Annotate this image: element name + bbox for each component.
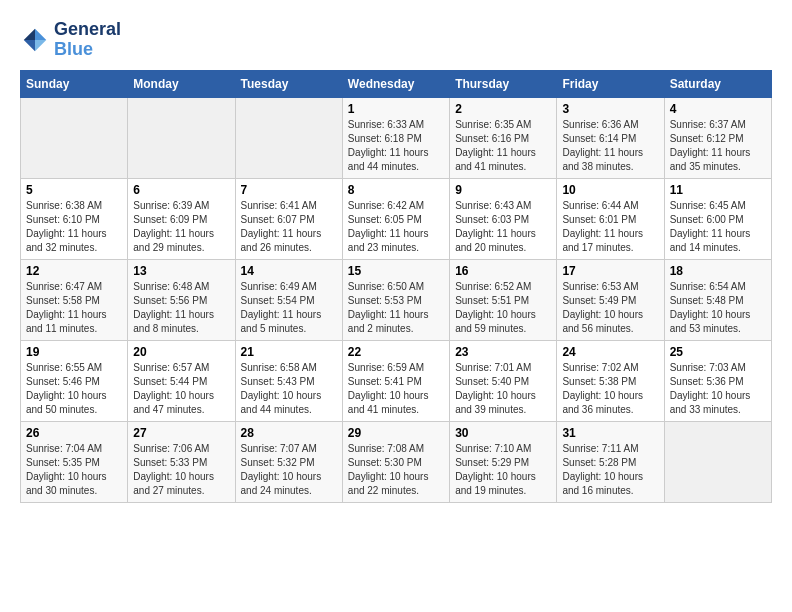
calendar-cell: 3Sunrise: 6:36 AMSunset: 6:14 PMDaylight… [557,97,664,178]
calendar-cell: 11Sunrise: 6:45 AMSunset: 6:00 PMDayligh… [664,178,771,259]
day-number: 16 [455,264,551,278]
calendar-cell: 6Sunrise: 6:39 AMSunset: 6:09 PMDaylight… [128,178,235,259]
day-number: 15 [348,264,444,278]
day-info: Sunrise: 6:44 AMSunset: 6:01 PMDaylight:… [562,199,658,255]
day-info: Sunrise: 6:36 AMSunset: 6:14 PMDaylight:… [562,118,658,174]
day-info: Sunrise: 7:10 AMSunset: 5:29 PMDaylight:… [455,442,551,498]
day-info: Sunrise: 7:06 AMSunset: 5:33 PMDaylight:… [133,442,229,498]
calendar-cell: 24Sunrise: 7:02 AMSunset: 5:38 PMDayligh… [557,340,664,421]
day-info: Sunrise: 6:58 AMSunset: 5:43 PMDaylight:… [241,361,337,417]
calendar-cell: 9Sunrise: 6:43 AMSunset: 6:03 PMDaylight… [450,178,557,259]
day-info: Sunrise: 6:42 AMSunset: 6:05 PMDaylight:… [348,199,444,255]
calendar-week-row: 19Sunrise: 6:55 AMSunset: 5:46 PMDayligh… [21,340,772,421]
weekday-header-friday: Friday [557,70,664,97]
svg-marker-2 [24,40,35,51]
day-number: 6 [133,183,229,197]
day-number: 4 [670,102,766,116]
day-number: 8 [348,183,444,197]
weekday-header-thursday: Thursday [450,70,557,97]
day-info: Sunrise: 7:08 AMSunset: 5:30 PMDaylight:… [348,442,444,498]
day-info: Sunrise: 6:38 AMSunset: 6:10 PMDaylight:… [26,199,122,255]
day-info: Sunrise: 6:33 AMSunset: 6:18 PMDaylight:… [348,118,444,174]
calendar-cell: 7Sunrise: 6:41 AMSunset: 6:07 PMDaylight… [235,178,342,259]
calendar-cell: 15Sunrise: 6:50 AMSunset: 5:53 PMDayligh… [342,259,449,340]
logo: GeneralBlue [20,20,121,60]
day-info: Sunrise: 7:01 AMSunset: 5:40 PMDaylight:… [455,361,551,417]
calendar-cell: 2Sunrise: 6:35 AMSunset: 6:16 PMDaylight… [450,97,557,178]
day-info: Sunrise: 6:50 AMSunset: 5:53 PMDaylight:… [348,280,444,336]
calendar-cell: 18Sunrise: 6:54 AMSunset: 5:48 PMDayligh… [664,259,771,340]
day-number: 1 [348,102,444,116]
day-number: 24 [562,345,658,359]
day-info: Sunrise: 6:59 AMSunset: 5:41 PMDaylight:… [348,361,444,417]
day-number: 5 [26,183,122,197]
day-info: Sunrise: 6:41 AMSunset: 6:07 PMDaylight:… [241,199,337,255]
day-number: 21 [241,345,337,359]
weekday-header-saturday: Saturday [664,70,771,97]
calendar-week-row: 26Sunrise: 7:04 AMSunset: 5:35 PMDayligh… [21,421,772,502]
calendar-cell: 13Sunrise: 6:48 AMSunset: 5:56 PMDayligh… [128,259,235,340]
day-info: Sunrise: 6:54 AMSunset: 5:48 PMDaylight:… [670,280,766,336]
calendar-cell: 19Sunrise: 6:55 AMSunset: 5:46 PMDayligh… [21,340,128,421]
day-info: Sunrise: 7:07 AMSunset: 5:32 PMDaylight:… [241,442,337,498]
day-number: 12 [26,264,122,278]
calendar-cell: 29Sunrise: 7:08 AMSunset: 5:30 PMDayligh… [342,421,449,502]
day-number: 13 [133,264,229,278]
day-number: 3 [562,102,658,116]
day-info: Sunrise: 6:37 AMSunset: 6:12 PMDaylight:… [670,118,766,174]
calendar-cell: 12Sunrise: 6:47 AMSunset: 5:58 PMDayligh… [21,259,128,340]
calendar-cell: 8Sunrise: 6:42 AMSunset: 6:05 PMDaylight… [342,178,449,259]
calendar-cell: 21Sunrise: 6:58 AMSunset: 5:43 PMDayligh… [235,340,342,421]
day-number: 22 [348,345,444,359]
day-number: 7 [241,183,337,197]
svg-marker-3 [35,40,46,51]
day-info: Sunrise: 6:57 AMSunset: 5:44 PMDaylight:… [133,361,229,417]
calendar-cell: 14Sunrise: 6:49 AMSunset: 5:54 PMDayligh… [235,259,342,340]
day-number: 2 [455,102,551,116]
day-info: Sunrise: 7:04 AMSunset: 5:35 PMDaylight:… [26,442,122,498]
day-number: 29 [348,426,444,440]
calendar-week-row: 5Sunrise: 6:38 AMSunset: 6:10 PMDaylight… [21,178,772,259]
calendar-cell: 28Sunrise: 7:07 AMSunset: 5:32 PMDayligh… [235,421,342,502]
day-info: Sunrise: 6:49 AMSunset: 5:54 PMDaylight:… [241,280,337,336]
day-number: 18 [670,264,766,278]
day-info: Sunrise: 7:03 AMSunset: 5:36 PMDaylight:… [670,361,766,417]
weekday-header-monday: Monday [128,70,235,97]
calendar-cell: 4Sunrise: 6:37 AMSunset: 6:12 PMDaylight… [664,97,771,178]
day-number: 27 [133,426,229,440]
day-info: Sunrise: 6:45 AMSunset: 6:00 PMDaylight:… [670,199,766,255]
calendar-cell: 31Sunrise: 7:11 AMSunset: 5:28 PMDayligh… [557,421,664,502]
day-number: 14 [241,264,337,278]
day-number: 19 [26,345,122,359]
weekday-header-wednesday: Wednesday [342,70,449,97]
weekday-header-row: SundayMondayTuesdayWednesdayThursdayFrid… [21,70,772,97]
calendar-cell: 10Sunrise: 6:44 AMSunset: 6:01 PMDayligh… [557,178,664,259]
day-number: 30 [455,426,551,440]
day-info: Sunrise: 6:52 AMSunset: 5:51 PMDaylight:… [455,280,551,336]
calendar-week-row: 12Sunrise: 6:47 AMSunset: 5:58 PMDayligh… [21,259,772,340]
day-info: Sunrise: 6:47 AMSunset: 5:58 PMDaylight:… [26,280,122,336]
calendar-cell: 22Sunrise: 6:59 AMSunset: 5:41 PMDayligh… [342,340,449,421]
calendar-cell: 23Sunrise: 7:01 AMSunset: 5:40 PMDayligh… [450,340,557,421]
day-number: 31 [562,426,658,440]
day-info: Sunrise: 6:55 AMSunset: 5:46 PMDaylight:… [26,361,122,417]
calendar-cell: 17Sunrise: 6:53 AMSunset: 5:49 PMDayligh… [557,259,664,340]
day-number: 20 [133,345,229,359]
calendar-cell: 25Sunrise: 7:03 AMSunset: 5:36 PMDayligh… [664,340,771,421]
calendar-cell: 30Sunrise: 7:10 AMSunset: 5:29 PMDayligh… [450,421,557,502]
day-number: 28 [241,426,337,440]
logo-icon [20,25,50,55]
weekday-header-sunday: Sunday [21,70,128,97]
logo-text: GeneralBlue [54,20,121,60]
calendar-cell: 27Sunrise: 7:06 AMSunset: 5:33 PMDayligh… [128,421,235,502]
calendar-cell [664,421,771,502]
calendar-cell: 26Sunrise: 7:04 AMSunset: 5:35 PMDayligh… [21,421,128,502]
calendar-cell: 16Sunrise: 6:52 AMSunset: 5:51 PMDayligh… [450,259,557,340]
day-info: Sunrise: 7:02 AMSunset: 5:38 PMDaylight:… [562,361,658,417]
calendar-cell [21,97,128,178]
calendar-table: SundayMondayTuesdayWednesdayThursdayFrid… [20,70,772,503]
calendar-cell [235,97,342,178]
weekday-header-tuesday: Tuesday [235,70,342,97]
day-info: Sunrise: 6:39 AMSunset: 6:09 PMDaylight:… [133,199,229,255]
day-number: 17 [562,264,658,278]
